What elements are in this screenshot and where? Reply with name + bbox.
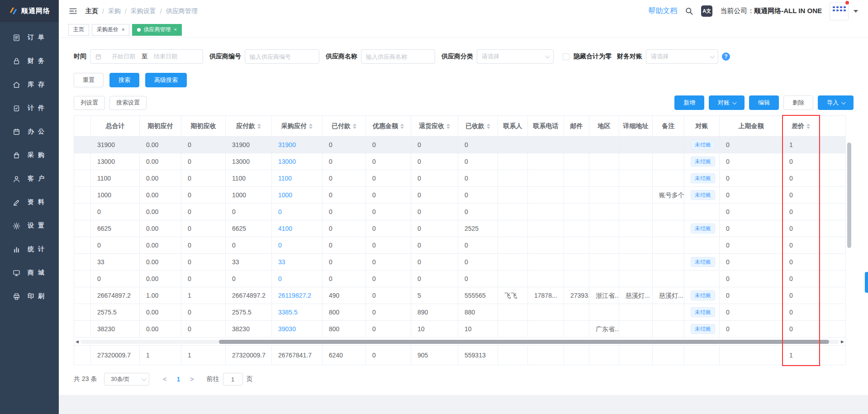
purchase-payable-link[interactable]: 26119827.2	[272, 287, 323, 304]
breadcrumb-item[interactable]: 主页	[85, 7, 98, 15]
sort-carets-icon[interactable]	[487, 124, 490, 129]
next-page-button[interactable]: >	[185, 376, 199, 383]
tab-采购差价[interactable]: 采购差价×	[92, 24, 129, 36]
purchase-payable-link[interactable]: 4100	[272, 220, 323, 237]
column-header-差价[interactable]: 差价	[783, 116, 819, 136]
sort-carets-icon[interactable]	[309, 124, 313, 129]
advanced-search-button[interactable]: 高级搜索	[145, 73, 187, 87]
tab-供应商管理[interactable]: 供应商管理×	[132, 24, 181, 36]
table-row[interactable]: 00.00000000000	[74, 237, 845, 254]
sort-carets-icon[interactable]	[806, 124, 810, 129]
column-header-退货应收[interactable]: 退货应收	[411, 116, 458, 136]
search-button[interactable]: 搜索	[109, 73, 139, 87]
purchase-payable-link[interactable]: 33	[272, 254, 323, 270]
table-row[interactable]: 26674897.21.00126674897.226119827.249005…	[74, 287, 845, 304]
page-size-select[interactable]: 30条/页	[104, 373, 149, 385]
search-icon[interactable]	[685, 7, 693, 15]
add-button[interactable]: 新增	[674, 95, 704, 110]
app-logo[interactable]: 顺通网络	[0, 0, 59, 22]
help-docs-link[interactable]: 帮助文档	[648, 6, 677, 16]
reconcile-status-badge[interactable]: 未结账	[691, 173, 715, 183]
purchase-payable-link[interactable]: 0	[272, 271, 323, 287]
purchase-payable-link[interactable]: 3385.5	[272, 304, 323, 320]
column-header-采购应付[interactable]: 采购应付	[272, 116, 323, 136]
vertical-scrollbar-thumb[interactable]	[847, 143, 851, 248]
supplier-category-select[interactable]: 请选择	[477, 49, 554, 64]
purchase-payable-link[interactable]: 0	[272, 204, 323, 220]
table-row[interactable]: 2575.50.0002575.53385.58000890880未结账00	[74, 304, 845, 321]
breadcrumb-item[interactable]: 采购设置	[131, 7, 156, 15]
close-tab-icon[interactable]: ×	[122, 27, 124, 32]
breadcrumb-item[interactable]: 采购	[108, 7, 121, 15]
sidebar-item-1[interactable]: 订单	[0, 26, 59, 49]
sidebar-item-7[interactable]: 客户	[0, 167, 59, 190]
column-header-优惠金额[interactable]: 优惠金额	[366, 116, 411, 136]
prev-page-button[interactable]: <	[157, 376, 172, 383]
table-row[interactable]: 130000.00013000130000000未结账00	[74, 153, 845, 170]
sidebar-item-3[interactable]: 库存	[0, 73, 59, 96]
scroll-right-icon[interactable]: ▶	[841, 338, 844, 345]
supplier-name-input[interactable]	[361, 49, 435, 64]
purchase-payable-link[interactable]: 0	[272, 237, 323, 253]
translate-icon[interactable]: A文	[701, 5, 712, 17]
reconcile-dropdown-button[interactable]: 对账	[709, 95, 745, 110]
delete-button[interactable]: 删除	[783, 95, 813, 110]
finance-check-select[interactable]: 请选择	[646, 49, 718, 64]
sidebar-item-2[interactable]: 财务	[0, 49, 59, 73]
sidebar-item-12[interactable]: 印刷	[0, 285, 59, 308]
search-settings-button[interactable]: 搜索设置	[109, 96, 147, 110]
table-row[interactable]: 382300.000382303903080001010广东省...未结账00	[74, 321, 845, 338]
reset-button[interactable]: 重置	[74, 73, 104, 87]
sidebar-item-5[interactable]: 办公	[0, 120, 59, 143]
avatar[interactable]	[830, 2, 849, 20]
table-row[interactable]: 66250.000662541000002525未结账00	[74, 220, 845, 237]
reconcile-status-badge[interactable]: 未结账	[691, 224, 715, 233]
edit-button[interactable]: 编辑	[749, 95, 779, 110]
hide-zero-checkbox[interactable]	[563, 53, 569, 60]
sort-carets-icon[interactable]	[353, 124, 356, 129]
purchase-payable-link[interactable]: 31900	[272, 137, 323, 153]
horizontal-scrollbar[interactable]: ◀ ▶	[74, 338, 845, 346]
sort-carets-icon[interactable]	[400, 124, 404, 129]
page-number[interactable]: 1	[172, 376, 185, 383]
sidebar-item-9[interactable]: 设置	[0, 214, 59, 238]
sidebar-item-4[interactable]: 计件	[0, 96, 59, 120]
reconcile-status-badge[interactable]: 未结账	[691, 140, 715, 150]
user-menu-caret-icon[interactable]	[854, 10, 858, 13]
reconcile-status-badge[interactable]: 未结账	[691, 190, 715, 200]
reconcile-status-badge[interactable]: 未结账	[691, 257, 715, 267]
sort-carets-icon[interactable]	[446, 124, 450, 129]
reconcile-status-badge[interactable]: 未结账	[691, 157, 715, 167]
horizontal-scrollbar-thumb[interactable]	[219, 340, 829, 344]
table-row[interactable]: 330.00033330000未结账00	[74, 254, 845, 271]
reconcile-status-badge[interactable]: 未结账	[691, 307, 715, 317]
purchase-payable-link[interactable]: 39030	[272, 321, 323, 337]
sidebar-item-11[interactable]: 商城	[0, 261, 59, 285]
date-range-input[interactable]: 开始日期 至 结束日期	[90, 49, 203, 64]
hamburger-icon[interactable]	[65, 4, 81, 18]
purchase-payable-link[interactable]: 1000	[272, 187, 323, 203]
column-header-应付款[interactable]: 应付款	[226, 116, 272, 136]
purchase-payable-link[interactable]: 13000	[272, 153, 323, 170]
sort-carets-icon[interactable]	[257, 124, 261, 129]
purchase-payable-link[interactable]: 1100	[272, 170, 323, 186]
table-row[interactable]: 319000.00031900319000000未结账01	[74, 137, 845, 153]
goto-page-input[interactable]	[223, 373, 243, 385]
import-dropdown-button[interactable]: 导入	[818, 95, 854, 110]
close-tab-icon[interactable]: ×	[174, 27, 176, 32]
table-row[interactable]: 00.00000000000	[74, 204, 845, 220]
sidebar-item-8[interactable]: 资料	[0, 190, 59, 214]
table-row[interactable]: 11000.000110011000000未结账00	[74, 170, 845, 187]
column-header-已收款[interactable]: 已收款	[458, 116, 498, 136]
column-settings-button[interactable]: 列设置	[74, 96, 105, 110]
vertical-scrollbar[interactable]	[847, 137, 853, 337]
table-row[interactable]: 10000.000100010000000账号多个未结账00	[74, 187, 845, 204]
breadcrumb-item[interactable]: 供应商管理	[166, 7, 198, 15]
help-icon[interactable]: ?	[722, 52, 730, 61]
tab-主页[interactable]: 主页	[68, 24, 89, 36]
table-row[interactable]: 00.00000000000	[74, 271, 845, 287]
sidebar-item-6[interactable]: 采购	[0, 143, 59, 167]
edge-panel-handle[interactable]	[865, 272, 868, 293]
column-header-已付款[interactable]: 已付款	[323, 116, 366, 136]
supplier-code-input[interactable]	[245, 49, 319, 64]
